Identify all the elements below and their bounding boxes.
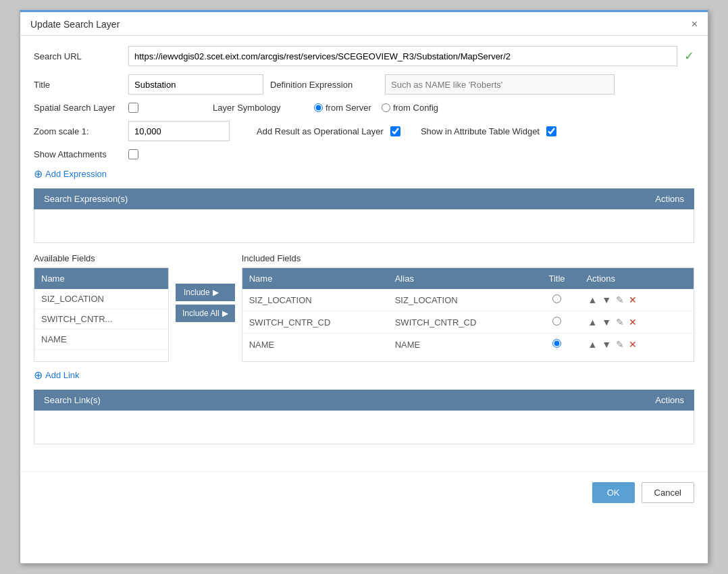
- show-attachments-label: Show Attachments: [34, 149, 122, 159]
- include-all-arrow-icon: ▶: [222, 309, 228, 318]
- add-result-checkbox[interactable]: [390, 126, 400, 136]
- incl-name-header: Name: [242, 268, 388, 289]
- included-fields-table: Name Alias Title Actions SIZ_LOCATION SI…: [242, 268, 694, 355]
- move-up-button[interactable]: ▲: [586, 294, 598, 306]
- search-expressions-header: Search Expression(s) Actions: [34, 188, 694, 209]
- layer-symbology-radio-group: from Server from Config: [314, 103, 438, 113]
- search-expressions-title: Search Expression(s): [44, 194, 128, 204]
- include-all-label: Include All: [182, 309, 219, 318]
- definition-expression-input[interactable]: [385, 74, 615, 95]
- search-url-label: Search URL: [34, 51, 122, 61]
- search-expressions-content: [34, 209, 694, 243]
- remove-button[interactable]: ✕: [627, 316, 638, 328]
- include-arrow-icon: ▶: [213, 288, 219, 297]
- incl-title-cell: [534, 334, 580, 356]
- show-attachments-row: Show Attachments: [34, 149, 694, 159]
- from-config-radio[interactable]: [382, 103, 390, 112]
- title-radio[interactable]: [552, 294, 561, 303]
- search-links-header: Search Link(s) Actions: [34, 390, 694, 411]
- list-item[interactable]: NAME: [34, 330, 168, 350]
- dialog-footer: OK Cancel: [20, 471, 708, 513]
- incl-alias-cell: NAME: [388, 334, 534, 356]
- incl-alias-header: Alias: [388, 268, 534, 289]
- incl-actions-header: Actions: [579, 268, 680, 289]
- from-server-label: from Server: [326, 103, 371, 113]
- search-url-input[interactable]: [128, 46, 677, 66]
- add-link-plus-icon: ⊕: [34, 369, 43, 382]
- included-fields-title: Included Fields: [242, 253, 694, 263]
- add-result-label: Add Result as Operational Layer: [257, 126, 384, 136]
- search-url-row: Search URL ✓: [34, 46, 694, 66]
- avail-name-header: Name: [34, 268, 155, 289]
- add-expression-row: ⊕ Add Expression: [34, 167, 694, 180]
- table-row: SWITCH_CNTR_CD SWITCH_CNTR_CD ▲ ▼ ✎ ✕: [242, 311, 694, 334]
- show-attribute-label: Show in Attribute Table Widget: [421, 126, 540, 136]
- zoom-result-row: Zoom scale 1: Add Result as Operational …: [34, 121, 694, 141]
- title-radio[interactable]: [552, 339, 561, 348]
- move-up-button[interactable]: ▲: [586, 316, 598, 328]
- action-icons-group: ▲ ▼ ✎ ✕: [586, 294, 673, 306]
- table-row: NAME NAME ▲ ▼ ✎ ✕: [242, 334, 694, 356]
- from-config-option[interactable]: from Config: [382, 103, 438, 113]
- show-attachments-checkbox[interactable]: [128, 149, 138, 159]
- incl-title-cell: [534, 289, 580, 311]
- search-expressions-section: Search Expression(s) Actions: [34, 188, 694, 243]
- available-fields-section: Available Fields Name SIZ_LOCATIONSWITCH…: [34, 253, 169, 362]
- spatial-search-layer-label: Spatial Search Layer: [34, 103, 122, 113]
- include-all-button[interactable]: Include All ▶: [176, 305, 235, 322]
- title-input[interactable]: [128, 74, 263, 95]
- include-buttons-group: Include ▶ Include All ▶: [176, 253, 235, 362]
- available-fields-table: Name SIZ_LOCATIONSWITCH_CNTR...NAME: [34, 268, 168, 350]
- title-label: Title: [34, 80, 122, 90]
- from-server-radio[interactable]: [314, 103, 323, 112]
- incl-name-cell: SWITCH_CNTR_CD: [242, 311, 388, 334]
- incl-actions-cell: ▲ ▼ ✎ ✕: [579, 334, 680, 356]
- list-item[interactable]: SIZ_LOCATION: [34, 289, 168, 309]
- spatial-search-layer-checkbox[interactable]: [128, 103, 138, 113]
- move-up-button[interactable]: ▲: [586, 338, 598, 350]
- move-down-button[interactable]: ▼: [600, 338, 613, 350]
- close-button[interactable]: ×: [692, 19, 698, 30]
- search-links-section: Search Link(s) Actions: [34, 390, 694, 444]
- zoom-scale-label: Zoom scale 1:: [34, 126, 122, 136]
- from-config-label: from Config: [393, 103, 438, 113]
- add-link-label: Add Link: [45, 370, 80, 380]
- url-field-wrapper: ✓: [128, 46, 694, 66]
- edit-button[interactable]: ✎: [615, 316, 625, 328]
- incl-actions-cell: ▲ ▼ ✎ ✕: [579, 311, 680, 334]
- show-attribute-checkbox[interactable]: [546, 126, 556, 136]
- layer-symbology-label: Layer Symbology: [213, 103, 307, 113]
- cancel-button[interactable]: Cancel: [642, 482, 694, 503]
- edit-button[interactable]: ✎: [615, 338, 625, 350]
- incl-alias-cell: SWITCH_CNTR_CD: [388, 311, 534, 334]
- move-down-button[interactable]: ▼: [600, 294, 613, 306]
- add-link-row: ⊕ Add Link: [34, 369, 694, 382]
- table-row: SIZ_LOCATION SIZ_LOCATION ▲ ▼ ✎ ✕: [242, 289, 694, 311]
- from-server-option[interactable]: from Server: [314, 103, 371, 113]
- avail-field-name: SWITCH_CNTR...: [34, 309, 155, 330]
- incl-alias-cell: SIZ_LOCATION: [388, 289, 534, 311]
- add-expression-button[interactable]: ⊕ Add Expression: [34, 167, 107, 180]
- include-button[interactable]: Include ▶: [176, 284, 235, 301]
- zoom-scale-input[interactable]: [128, 121, 230, 141]
- dialog-body: Search URL ✓ Title Definition Expression…: [20, 36, 708, 465]
- available-fields-scroll: Name SIZ_LOCATIONSWITCH_CNTR...NAME: [34, 267, 169, 362]
- list-item[interactable]: SWITCH_CNTR...: [34, 309, 168, 330]
- ok-button[interactable]: OK: [592, 482, 635, 503]
- search-expressions-actions: Actions: [655, 194, 684, 204]
- remove-button[interactable]: ✕: [627, 294, 638, 306]
- spatial-symbology-row: Spatial Search Layer Layer Symbology fro…: [34, 103, 694, 113]
- incl-title-cell: [534, 311, 580, 334]
- action-icons-group: ▲ ▼ ✎ ✕: [586, 338, 673, 350]
- included-fields-scroll: Name Alias Title Actions SIZ_LOCATION SI…: [242, 267, 694, 362]
- fields-container: Available Fields Name SIZ_LOCATIONSWITCH…: [34, 253, 694, 362]
- update-search-layer-dialog: Update Search Layer × Search URL ✓ Title…: [20, 10, 708, 564]
- move-down-button[interactable]: ▼: [600, 316, 613, 328]
- remove-button[interactable]: ✕: [627, 338, 638, 350]
- incl-title-header: Title: [534, 268, 580, 289]
- title-radio[interactable]: [552, 317, 561, 325]
- edit-button[interactable]: ✎: [615, 294, 625, 306]
- incl-actions-cell: ▲ ▼ ✎ ✕: [579, 289, 680, 311]
- add-link-button[interactable]: ⊕ Add Link: [34, 369, 80, 382]
- incl-name-cell: NAME: [242, 334, 388, 356]
